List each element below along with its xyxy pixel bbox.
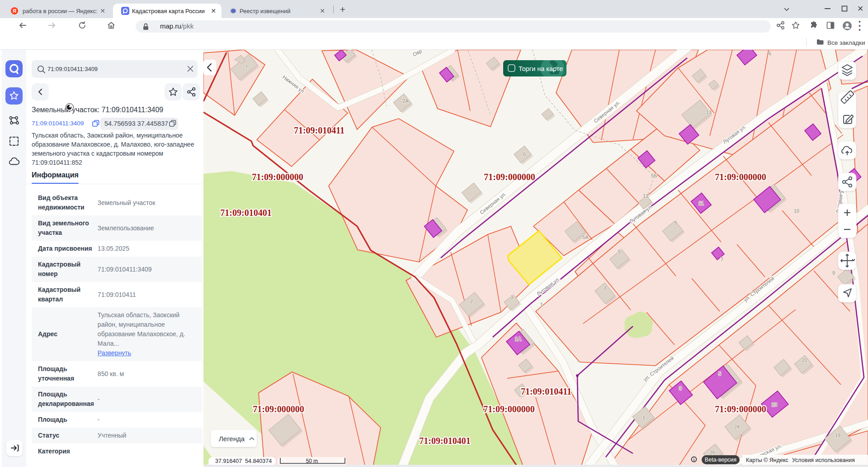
- svg-text:Условия использования: Условия использования: [792, 457, 855, 463]
- svg-text:71:09:010411: 71:09:010411: [294, 125, 344, 135]
- svg-text:Я: Я: [13, 8, 16, 14]
- svg-text:71:09:000000: 71:09:000000: [484, 172, 535, 182]
- svg-text:11: 11: [698, 200, 703, 206]
- svg-text:1: 1: [642, 415, 645, 420]
- svg-text:13: 13: [643, 193, 648, 199]
- svg-text:7: 7: [245, 64, 248, 70]
- svg-text:71:09:000000: 71:09:000000: [715, 172, 766, 182]
- svg-text:71:09:000000: 71:09:000000: [253, 404, 304, 414]
- svg-text:i: i: [693, 457, 695, 462]
- svg-text:5А: 5А: [582, 234, 589, 240]
- svg-text:1А: 1А: [515, 336, 521, 342]
- svg-text:5Б: 5Б: [651, 173, 657, 178]
- svg-text:6: 6: [769, 51, 771, 56]
- svg-text:2: 2: [470, 299, 473, 304]
- svg-text:2А: 2А: [402, 98, 409, 104]
- svg-text:10: 10: [794, 208, 799, 214]
- svg-text:1: 1: [540, 302, 543, 307]
- svg-text:50 m: 50 m: [306, 458, 318, 464]
- svg-text:9: 9: [674, 220, 677, 225]
- svg-text:6: 6: [523, 152, 526, 157]
- svg-text:71:09:000000: 71:09:000000: [252, 172, 303, 182]
- svg-text:26: 26: [710, 450, 715, 455]
- svg-text:Карты © Яндекс: Карты © Яндекс: [746, 457, 788, 463]
- svg-text:Торги на карте: Торги на карте: [519, 65, 563, 72]
- svg-text:3: 3: [604, 285, 606, 291]
- svg-text:19: 19: [835, 433, 840, 438]
- svg-text:22: 22: [802, 357, 807, 363]
- svg-text:24: 24: [734, 424, 740, 429]
- svg-text:71:09:010401: 71:09:010401: [419, 436, 470, 446]
- svg-text:Beta-версия: Beta-версия: [705, 457, 736, 463]
- svg-text:9: 9: [832, 270, 835, 276]
- svg-text:71:09:010401: 71:09:010401: [220, 208, 271, 218]
- svg-text:23: 23: [772, 402, 777, 407]
- svg-text:5: 5: [718, 371, 721, 376]
- svg-text:3: 3: [510, 295, 513, 300]
- svg-text:3: 3: [679, 386, 682, 391]
- svg-text:5: 5: [618, 249, 621, 254]
- svg-text:71:09:010411: 71:09:010411: [521, 386, 571, 396]
- svg-text:71:09:000000: 71:09:000000: [715, 404, 766, 414]
- svg-text:37.916407 54.840374: 37.916407 54.840374: [215, 458, 272, 464]
- svg-text:71:09:000000: 71:09:000000: [483, 404, 534, 414]
- svg-text:7: 7: [721, 257, 723, 262]
- svg-text:13: 13: [706, 110, 712, 115]
- svg-text:Легенда: Легенда: [219, 435, 245, 443]
